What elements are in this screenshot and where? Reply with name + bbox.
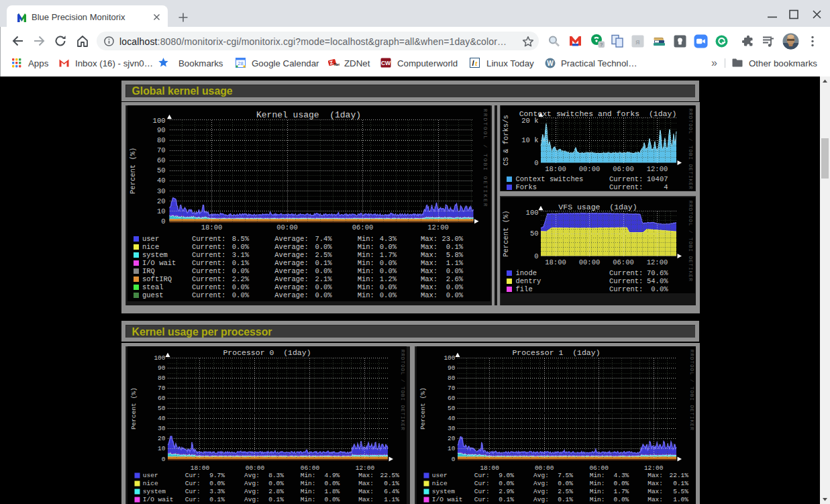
svg-text:RRDTOOL / TOBI OETIKER: RRDTOOL / TOBI OETIKER (400, 350, 405, 431)
svg-text:1.1%: 1.1% (446, 259, 464, 267)
svg-text:10: 10 (157, 207, 166, 215)
svg-text:Cur:: Cur: (474, 472, 490, 479)
svg-text:100: 100 (153, 117, 166, 125)
svg-text:nice: nice (432, 480, 448, 487)
svg-text:Cur:: Cur: (185, 480, 201, 487)
svg-text:Current:: Current: (192, 291, 225, 299)
svg-text:Max:: Max: (421, 259, 437, 267)
svg-text:0.0%: 0.0% (651, 285, 668, 293)
svg-text:22.5%: 22.5% (380, 472, 399, 479)
svg-text:Max:: Max: (421, 235, 437, 243)
svg-text:0.1%: 0.1% (384, 480, 399, 487)
svg-text:30: 30 (448, 425, 456, 432)
svg-text:80: 80 (157, 136, 166, 144)
svg-text:Percent (%): Percent (%) (419, 387, 427, 430)
svg-text:100: 100 (154, 354, 165, 362)
svg-text:2.5%: 2.5% (558, 488, 573, 495)
svg-text:Min:: Min: (358, 235, 374, 243)
svg-text:7.5%: 7.5% (558, 472, 573, 479)
svg-text:4: 4 (664, 183, 668, 191)
svg-text:0.0%: 0.0% (232, 291, 250, 299)
svg-text:file: file (516, 285, 533, 293)
svg-text:00:00: 00:00 (246, 464, 265, 471)
svg-text:Min:: Min: (590, 472, 605, 479)
svg-text:Max:: Max: (358, 472, 374, 479)
svg-text:Average:: Average: (274, 235, 308, 243)
svg-text:user: user (143, 472, 158, 479)
svg-text:Min:: Min: (301, 488, 316, 495)
svg-text:Max:: Max: (647, 488, 663, 495)
svg-text:Current:: Current: (192, 259, 225, 267)
svg-text:Min:: Min: (301, 480, 316, 487)
svg-text:0.1%: 0.1% (499, 496, 514, 503)
svg-text:06:00: 06:00 (589, 464, 609, 471)
svg-text:user: user (432, 472, 448, 479)
svg-text:50: 50 (157, 166, 166, 174)
svg-text:7.4%: 7.4% (315, 235, 332, 243)
svg-text:softIRQ: softIRQ (142, 275, 172, 283)
svg-text:2.6%: 2.6% (446, 275, 464, 283)
svg-text:0.0%: 0.0% (446, 283, 464, 291)
svg-text:Avg:: Avg: (533, 480, 549, 487)
svg-text:Avg:: Avg: (533, 488, 549, 495)
svg-text:2.8%: 2.8% (268, 488, 284, 495)
svg-text:0.0%: 0.0% (499, 480, 514, 487)
svg-text:70.6%: 70.6% (647, 269, 668, 277)
svg-text:Max:: Max: (421, 283, 437, 291)
svg-text:06:00: 06:00 (613, 165, 634, 173)
svg-text:Average:: Average: (274, 259, 308, 267)
svg-text:Processor 0 (1day): Processor 0 (1day) (223, 348, 311, 356)
svg-text:Avg:: Avg: (244, 480, 260, 487)
svg-text:70: 70 (448, 385, 456, 392)
svg-text:40: 40 (158, 415, 166, 422)
svg-text:28: 28 (238, 60, 243, 66)
svg-text:80: 80 (158, 374, 166, 382)
svg-text:54.0%: 54.0% (647, 277, 668, 285)
svg-text:70: 70 (158, 385, 166, 392)
svg-text:100: 100 (444, 354, 455, 362)
svg-text:0.0%: 0.0% (613, 496, 629, 503)
svg-text:10: 10 (448, 445, 456, 452)
svg-text:00:00: 00:00 (535, 464, 554, 471)
svg-text:0.0%: 0.0% (613, 480, 629, 487)
svg-text:0: 0 (161, 217, 165, 225)
svg-text:12:00: 12:00 (647, 165, 668, 173)
svg-text:Cur:: Cur: (185, 496, 201, 503)
svg-text:0.0%: 0.0% (324, 480, 340, 487)
svg-text:10: 10 (158, 445, 166, 452)
svg-text:Max:: Max: (647, 472, 663, 479)
svg-text:я: я (635, 38, 639, 46)
svg-text:Min:: Min: (358, 291, 374, 299)
svg-text:0: 0 (534, 159, 538, 167)
svg-text:20 k: 20 k (521, 117, 538, 125)
svg-text:nice: nice (143, 480, 158, 487)
svg-text:0.0%: 0.0% (315, 291, 332, 299)
svg-text:Forks: Forks (516, 183, 537, 191)
svg-text:9.0%: 9.0% (499, 472, 514, 479)
svg-text:Min:: Min: (301, 496, 316, 503)
svg-text:Average:: Average: (274, 291, 308, 299)
svg-text:18:00: 18:00 (545, 165, 566, 173)
svg-text:50: 50 (158, 405, 166, 412)
svg-text:Max:: Max: (647, 480, 663, 487)
svg-text:0: 0 (534, 252, 538, 260)
svg-text:2.1%: 2.1% (315, 275, 332, 283)
svg-text:06:00: 06:00 (613, 258, 634, 266)
svg-text:Max:: Max: (358, 488, 374, 495)
svg-text:60: 60 (158, 395, 166, 402)
svg-text:2.9%: 2.9% (499, 488, 514, 495)
svg-text:Cur:: Cur: (474, 496, 490, 503)
svg-text:0.0%: 0.0% (315, 283, 332, 291)
svg-text:18:00: 18:00 (480, 464, 499, 471)
svg-text:0.1%: 0.1% (268, 496, 284, 503)
svg-text:Cur:: Cur: (185, 472, 201, 479)
svg-text:00:00: 00:00 (579, 258, 601, 266)
svg-text:inode: inode (516, 269, 537, 277)
svg-text:Current:: Current: (192, 251, 225, 259)
svg-text:10407: 10407 (647, 175, 668, 183)
svg-text:12:00: 12:00 (647, 258, 668, 266)
svg-text:Min:: Min: (358, 251, 374, 259)
svg-text:10 k: 10 k (521, 136, 538, 144)
svg-text:Min:: Min: (358, 267, 374, 275)
svg-text:0.0%: 0.0% (558, 480, 573, 487)
